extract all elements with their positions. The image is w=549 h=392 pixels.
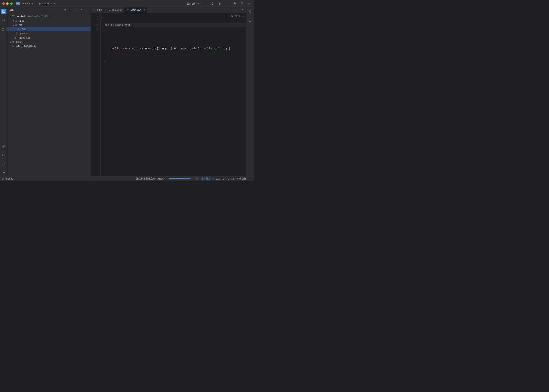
structure-icon [2,28,5,31]
tree-label: 临时文件和控制台 [16,45,36,48]
tree-arrow-collapsed[interactable]: › [12,19,15,22]
collapse-all-button[interactable] [74,8,78,12]
svg-rect-32 [15,37,17,39]
folder-icon [2,10,5,13]
project-name: untitled [22,2,31,5]
tab-main-java[interactable]: Main.java × [124,7,148,13]
current-file-label: 当前文件 [187,2,197,5]
sb-show-all[interactable]: 全部显示(2) [201,177,214,180]
run-tool-button[interactable] [1,143,7,149]
svg-point-40 [242,11,243,11]
warning-icon [2,163,5,166]
more-actions-button[interactable] [217,1,222,6]
sb-indent[interactable]: 4 个空格 [237,177,246,180]
svg-point-6 [219,4,220,5]
tree-item-root[interactable]: ⌄ untitled ~/Work/wx/fanli/untitled [7,14,91,18]
tree-label: .idea [19,19,24,22]
debug-button[interactable] [210,1,215,6]
svg-rect-43 [250,179,251,180]
project-tree[interactable]: ⌄ untitled ~/Work/wx/fanli/untitled › .i… [7,13,91,176]
code-editor[interactable]: 正在编制索引... 1 2 5 › public class Main { pu… [91,13,246,176]
structure-tool-button[interactable] [1,27,7,32]
folder-icon [15,19,18,22]
minimize-window-button[interactable] [6,2,9,5]
database-button[interactable] [247,18,253,23]
select-opened-file-button[interactable] [63,8,67,12]
module-icon [2,178,4,180]
branch-name: master [42,2,50,5]
play-circle-icon [2,145,5,148]
code-line: public class Main { [105,23,246,27]
run-config-selector[interactable]: 当前文件 [185,1,201,6]
svg-point-8 [241,2,243,4]
pause-indexing-button[interactable] [196,177,199,180]
tree-arrow-expanded[interactable]: ⌄ [9,15,12,18]
library-icon [12,41,15,43]
git-tool-button[interactable] [1,170,7,176]
tree-item-idea[interactable]: › .idea [7,18,91,23]
fold-marker[interactable]: › [101,15,104,19]
search-button[interactable] [239,1,244,6]
tree-item-external-libs[interactable]: › 外部库 [7,40,91,44]
panel-options-button[interactable] [80,8,83,12]
tree-path: ~/Work/wx/fanli/untitled [26,15,50,18]
close-tab-button[interactable]: × [143,8,145,11]
tab-whats-new[interactable]: IntelliJ IDEA 最新变化 [91,7,124,13]
problems-tool-button[interactable] [1,161,7,167]
class-icon: C [18,28,21,31]
chevron-down-icon [15,9,17,11]
kebab-icon [241,9,244,11]
svg-point-21 [3,174,3,175]
expand-all-button[interactable] [69,8,72,12]
tree-arrow-expanded[interactable]: ⌄ [12,23,15,27]
hide-panel-button[interactable] [85,8,89,12]
terminal-icon [2,154,5,157]
kebab-icon [80,9,83,11]
tree-arrow-collapsed[interactable]: › [9,41,12,44]
code-with-me-button[interactable] [232,1,237,6]
code-content[interactable]: public class Main { public static void m… [104,13,246,176]
terminal-tool-button[interactable] [1,153,7,158]
bell-icon [249,10,252,13]
close-window-button[interactable] [2,2,5,5]
more-tools-button[interactable] [1,36,7,41]
settings-button[interactable] [247,1,251,6]
notifications-button[interactable] [247,9,253,14]
tree-item-gitignore[interactable]: .gitignore [7,31,91,36]
line-gutter: 1 2 5 [91,13,101,176]
vcs-branch[interactable]: master ↙ [36,1,56,6]
svg-point-41 [249,19,251,20]
source-folder-icon [15,23,18,26]
commit-icon [2,19,5,22]
java-icon [127,9,129,11]
sb-line-separator[interactable]: LF [222,177,225,180]
run-button[interactable] [203,1,208,6]
sb-position[interactable]: 1:1 [216,177,220,180]
file-icon [15,36,18,39]
project-badge: U [16,2,20,5]
sb-scanning: 正在扫描要建立索引的文件... [136,177,167,180]
svg-point-0 [39,2,39,3]
project-tool-button[interactable] [1,9,7,14]
editor-tabs: IntelliJ IDEA 最新变化 Main.java × [91,7,246,13]
svg-point-15 [3,38,4,39]
sb-project[interactable]: untitled [6,177,13,180]
lock-icon[interactable] [249,177,252,180]
sb-encoding[interactable]: UTF-8 [228,177,234,180]
left-tool-rail [0,7,7,176]
project-selector[interactable]: untitled [21,1,35,6]
project-panel: 项目 ⌄ untitled ~/Work/wx/fanli/untitled › [7,7,91,176]
tree-item-src[interactable]: ⌄ src [7,23,91,27]
tree-item-main[interactable]: C Main [7,27,91,31]
maximize-window-button[interactable] [10,2,13,5]
commit-tool-button[interactable] [1,18,7,23]
svg-point-7 [234,2,235,3]
svg-rect-33 [12,41,13,43]
tab-options-button[interactable] [240,8,245,13]
project-panel-title[interactable]: 项目 [9,8,17,12]
tree-item-iml[interactable]: untitled.iml [7,36,91,40]
search-icon [240,2,244,5]
tree-item-scratches[interactable]: 临时文件和控制台 [7,44,91,49]
git-icon [2,172,5,175]
svg-point-9 [249,3,249,4]
